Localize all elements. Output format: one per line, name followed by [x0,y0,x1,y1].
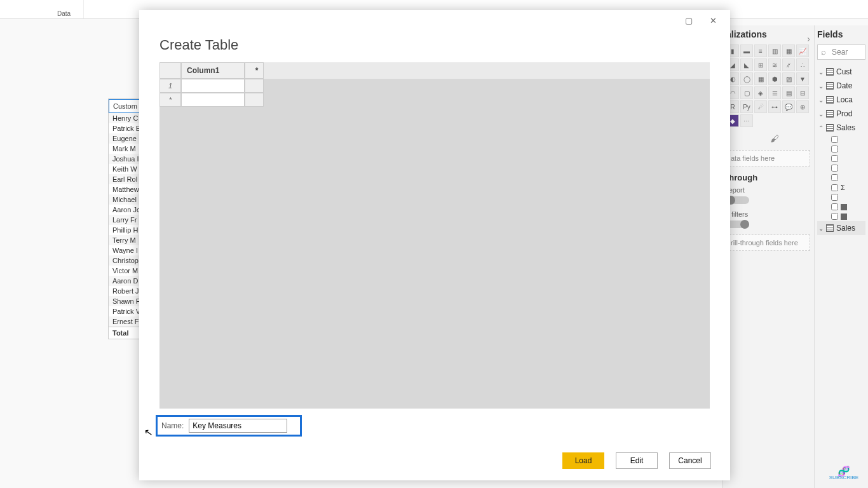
field-item[interactable] [817,202,865,212]
viz-card-icon[interactable]: ▢ [740,86,753,99]
dialog-title: Create Table [139,25,730,62]
sigma-icon: Σ [841,184,845,191]
edit-button[interactable]: Edit [616,452,658,469]
viz-py-icon[interactable]: Py [740,100,753,113]
collapse-pane-icon[interactable]: › [807,34,810,44]
format-paint-icon[interactable]: 🖌 [739,133,810,144]
field-item[interactable] [817,154,865,163]
field-checkbox[interactable] [831,203,838,210]
field-checkbox[interactable] [831,184,838,191]
viz-keyinfluencers-icon[interactable]: ☄ [754,100,767,113]
grid-corner [159,62,181,79]
fields-pane: Fields Sear ⌄Cust⌄Date⌄Loca⌄Prod⌃SalesΣ⌄… [814,25,868,488]
viz-stacked-column-icon[interactable]: ▦ [782,44,795,57]
viz-bar-icon[interactable]: ▬ [740,44,753,57]
fields-search[interactable]: Sear [817,44,865,60]
viz-slicer-icon[interactable]: ☰ [768,86,781,99]
viz-ribbon-icon[interactable]: ≋ [768,58,781,71]
grid-cell-r1-add [245,79,264,93]
calculator-icon [841,214,847,220]
viz-donut-icon[interactable]: ◯ [740,72,753,85]
viz-column-icon[interactable]: ▥ [768,44,781,57]
field-item[interactable] [817,163,865,173]
viz-map-icon[interactable]: ⬢ [768,72,781,85]
calculator-icon [841,204,847,210]
chevron-icon: ⌃ [818,125,824,132]
field-table-sales-2[interactable]: ⌄Sales [817,221,865,235]
grid-col-header[interactable]: Column1 [181,62,245,79]
viz-combo-icon[interactable]: ⊞ [754,58,767,71]
viz-table-icon[interactable]: ▤ [782,86,795,99]
viz-stacked-area-icon[interactable]: ◣ [740,58,753,71]
close-icon[interactable]: ✕ [707,15,719,25]
viz-funnel-icon[interactable]: ▼ [796,72,809,85]
viz-line-icon[interactable]: 📈 [796,44,809,57]
table-icon [826,82,834,90]
field-item[interactable] [817,144,865,154]
grid-row-1-header: 1 [159,79,181,93]
chevron-icon: ⌄ [818,97,824,104]
drillthrough-fields-well[interactable]: rill-through fields here [726,234,810,251]
field-checkbox[interactable] [831,146,838,152]
viz-clustered-bar-icon[interactable]: ≡ [754,44,767,57]
table-icon [826,110,834,118]
subscribe-badge: 🧬 SUBSCRIBE [829,468,858,480]
viz-kpi-icon[interactable]: ◈ [754,86,767,99]
fields-title: Fields [817,29,865,39]
viz-treemap-icon[interactable]: ▦ [754,72,767,85]
load-button[interactable]: Load [562,452,604,469]
keep-filters-label: ll filters [726,210,810,218]
chevron-icon: ⌄ [818,69,824,76]
chevron-icon: ⌄ [818,225,824,232]
field-table-sales[interactable]: ⌃Sales [817,121,865,135]
field-table-loca[interactable]: ⌄Loca [817,93,865,107]
viz-qa-icon[interactable]: 💬 [782,100,795,113]
drillthrough-section: through report ll filters rill-through f… [726,173,810,251]
field-checkbox[interactable] [831,213,838,220]
cancel-button[interactable]: Cancel [669,452,711,469]
grid-cell-new-add [245,93,264,107]
grid-add-row[interactable]: * [159,93,181,107]
field-item[interactable]: Σ [817,182,865,193]
data-fields-well[interactable]: ata fields here [726,150,810,166]
table-grid[interactable]: Column1 * 1 * [159,62,710,409]
table-icon [826,224,834,232]
table-icon [826,68,834,76]
visualization-gallery: ▮ ▬ ≡ ▥ ▦ 📈 ◢ ◣ ⊞ ≋ ⫽ ∴ ◐ ◯ ▦ ⬢ ▨ ▼ ◠ ▢ … [726,44,810,127]
grid-cell-new[interactable] [181,93,245,107]
field-table-cust[interactable]: ⌄Cust [817,65,865,79]
viz-arcgis-icon[interactable]: ⊕ [796,100,809,113]
field-item[interactable] [817,173,865,182]
table-name-label: Name: [161,421,184,430]
table-name-input[interactable] [189,419,287,433]
viz-decomposition-icon[interactable]: ⊶ [768,100,781,113]
table-icon [826,96,834,104]
grid-add-column[interactable]: * [245,62,264,79]
viz-filled-map-icon[interactable]: ▨ [782,72,795,85]
drillthrough-title: through [726,173,810,182]
maximize-icon[interactable]: ▢ [683,15,695,25]
chevron-icon: ⌄ [818,83,824,90]
viz-scatter-icon[interactable]: ∴ [796,58,809,71]
dna-icon: 🧬 [829,468,858,475]
field-table-prod[interactable]: ⌄Prod [817,107,865,121]
viz-waterfall-icon[interactable]: ⫽ [782,58,795,71]
field-checkbox[interactable] [831,136,838,143]
field-item[interactable] [817,135,865,144]
cross-report-label: report [726,186,810,194]
viz-matrix-icon[interactable]: ⊟ [796,86,809,99]
field-checkbox[interactable] [831,165,838,172]
fields-tables-list: ⌄Cust⌄Date⌄Loca⌄Prod⌃SalesΣ⌄Sales [817,65,865,235]
table-name-row: Name: [156,415,302,437]
viz-more-icon[interactable]: ⋯ [740,114,753,127]
field-checkbox[interactable] [831,155,838,162]
visualizations-pane: alizations › ▮ ▬ ≡ ▥ ▦ 📈 ◢ ◣ ⊞ ≋ ⫽ ∴ ◐ ◯… [722,25,814,488]
field-checkbox[interactable] [831,194,838,201]
field-table-date[interactable]: ⌄Date [817,79,865,93]
table-icon [826,124,834,132]
ribbon-group-data: Data [44,0,84,18]
field-item[interactable] [817,193,865,202]
grid-cell-r1c1[interactable] [181,79,245,93]
field-item[interactable] [817,212,865,221]
field-checkbox[interactable] [831,174,838,181]
